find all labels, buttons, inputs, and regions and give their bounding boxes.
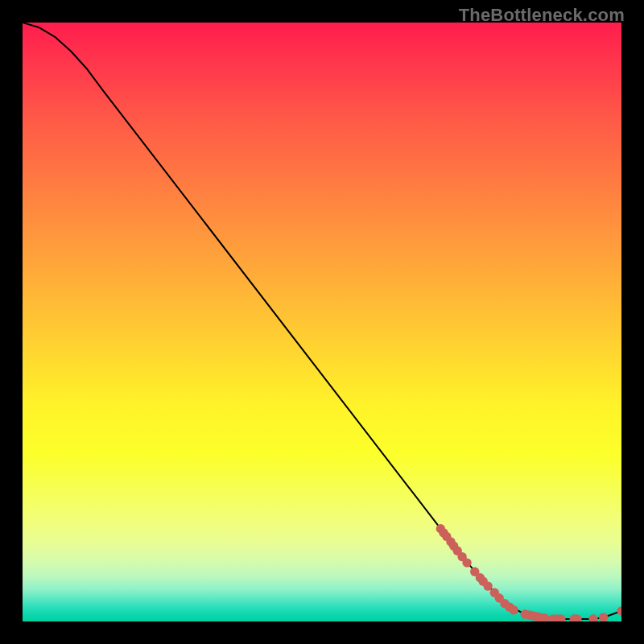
data-point [588,614,597,621]
data-point [617,606,621,615]
watermark-label: TheBottleneck.com [459,5,625,26]
data-points [436,524,621,621]
data-point [462,558,471,567]
data-point [599,613,608,621]
data-point [483,581,492,590]
curve-line [23,23,621,619]
chart-svg [23,23,621,621]
chart-root: TheBottleneck.com [0,0,644,644]
curve-path [23,23,621,619]
data-point [509,605,518,614]
plot-area [23,23,621,621]
